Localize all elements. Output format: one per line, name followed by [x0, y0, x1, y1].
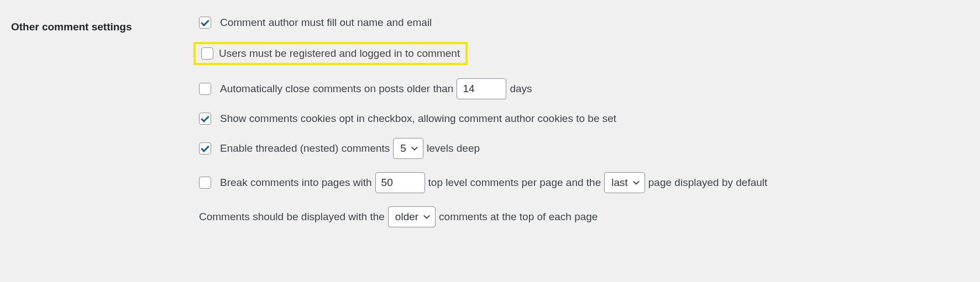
label-paginate-mid: top level comments per page and the — [428, 177, 601, 189]
label-order-before: Comments should be displayed with the — [199, 211, 385, 223]
label-fill-name-email: Comment author must fill out name and em… — [220, 17, 432, 29]
checkbox-paginate[interactable] — [199, 177, 211, 189]
input-auto-close-days[interactable] — [457, 78, 506, 99]
select-default-page[interactable]: last — [604, 172, 645, 193]
chevron-down-icon — [411, 145, 418, 152]
highlight-box: Users must be registered and logged in t… — [193, 42, 468, 65]
checkbox-auto-close[interactable] — [199, 83, 211, 95]
setting-cookies-optin: Show comments cookies opt in checkbox, a… — [199, 113, 969, 125]
label-cookies-optin: Show comments cookies opt in checkbox, a… — [220, 113, 616, 125]
input-per-page[interactable] — [375, 172, 425, 193]
select-order[interactable]: older — [388, 206, 436, 227]
checkbox-must-register[interactable] — [201, 47, 213, 60]
checkbox-fill-name-email[interactable] — [199, 17, 211, 29]
label-paginate-before: Break comments into pages with — [220, 177, 372, 189]
label-must-register: Users must be registered and logged in t… — [219, 47, 460, 60]
label-auto-close-before: Automatically close comments on posts ol… — [220, 83, 453, 95]
other-comment-settings-section: Other comment settings Comment author mu… — [11, 17, 969, 227]
select-threaded-levels[interactable]: 5 — [393, 138, 423, 159]
label-paginate-after: page displayed by default — [648, 177, 768, 189]
settings-list: Comment author must fill out name and em… — [199, 17, 969, 227]
setting-auto-close: Automatically close comments on posts ol… — [199, 78, 969, 99]
chevron-down-icon — [632, 179, 640, 187]
section-title: Other comment settings — [11, 17, 199, 33]
setting-order: Comments should be displayed with the ol… — [199, 206, 969, 227]
setting-must-register: Users must be registered and logged in t… — [199, 42, 969, 65]
label-order-after: comments at the top of each page — [439, 211, 598, 223]
label-threaded-after: levels deep — [427, 142, 480, 155]
checkbox-threaded[interactable] — [199, 142, 211, 155]
setting-threaded: Enable threaded (nested) comments 5 leve… — [199, 138, 969, 159]
select-default-page-value: last — [611, 177, 628, 189]
setting-fill-name-email: Comment author must fill out name and em… — [199, 17, 969, 29]
label-auto-close-after: days — [510, 83, 532, 95]
select-order-value: older — [395, 211, 418, 223]
setting-paginate: Break comments into pages with top level… — [199, 172, 969, 193]
checkbox-cookies-optin[interactable] — [199, 113, 211, 125]
chevron-down-icon — [423, 213, 431, 221]
label-threaded-before: Enable threaded (nested) comments — [220, 142, 390, 155]
select-threaded-value: 5 — [400, 142, 406, 155]
